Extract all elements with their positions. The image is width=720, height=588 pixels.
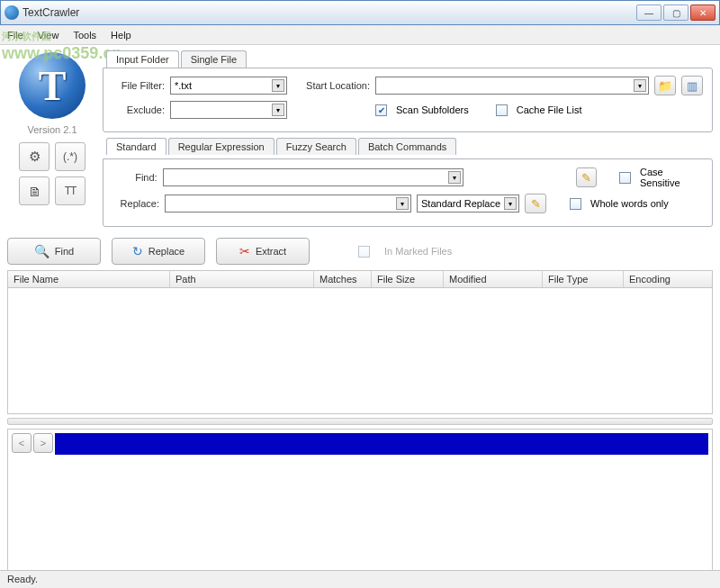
next-button[interactable]: > — [33, 433, 53, 453]
window-title: TextCrawler — [22, 6, 636, 19]
browse-folder-button[interactable]: 📁 — [654, 76, 676, 95]
scissors-icon: ✂ — [239, 244, 250, 258]
maximize-button[interactable]: ▢ — [663, 5, 688, 21]
prev-button[interactable]: < — [12, 433, 32, 453]
menu-tools[interactable]: Tools — [73, 30, 96, 41]
tab-batch[interactable]: Batch Commands — [358, 138, 456, 155]
find-input[interactable]: ▾ — [163, 168, 464, 186]
start-location-combo[interactable]: ▾ — [375, 77, 649, 95]
search-icon: 🔍 — [34, 244, 50, 258]
cache-file-list-label: Cache File List — [517, 104, 582, 115]
col-file-name[interactable]: File Name — [8, 271, 170, 287]
scan-subfolders-checkbox[interactable]: ✔ — [375, 104, 387, 116]
chevron-down-icon: ▾ — [272, 104, 284, 116]
chevron-down-icon: ▾ — [634, 79, 646, 92]
document-icon[interactable]: 🗎 — [19, 176, 50, 205]
action-bar: 🔍Find ↻Replace ✂Extract In Marked Files — [0, 231, 720, 270]
replace-button[interactable]: ↻Replace — [112, 238, 205, 265]
minimize-button[interactable]: — — [636, 5, 662, 21]
search-panel: Find: ▾ ✎ Case Sensitive Replace: ▾ Stan… — [103, 158, 713, 227]
version-label: Version 2.1 — [27, 124, 76, 135]
edit-find-button[interactable]: ✎ — [576, 167, 597, 187]
scan-subfolders-label: Scan Subfolders — [396, 104, 469, 115]
regex-icon[interactable]: (.*) — [55, 142, 86, 171]
in-marked-checkbox[interactable] — [358, 246, 370, 258]
splitter[interactable] — [7, 418, 713, 425]
chevron-down-icon: ▾ — [448, 171, 461, 184]
tab-fuzzy[interactable]: Fuzzy Search — [276, 138, 356, 155]
replace-mode-combo[interactable]: Standard Replace▾ — [417, 194, 519, 213]
columns-button[interactable]: ▥ — [681, 76, 703, 95]
exclude-label: Exclude: — [112, 104, 165, 115]
in-marked-label: In Marked Files — [384, 246, 452, 257]
app-icon — [4, 5, 19, 20]
replace-input[interactable]: ▾ — [165, 194, 411, 213]
menu-view[interactable]: View — [38, 30, 59, 41]
window-controls: — ▢ ✕ — [636, 5, 716, 21]
sidebar: T Version 2.1 ⚙ (.*) 🗎 TT — [7, 50, 97, 227]
edit-replace-button[interactable]: ✎ — [525, 194, 546, 213]
results-table[interactable] — [7, 288, 713, 414]
tab-standard[interactable]: Standard — [106, 138, 166, 155]
replace-label: Replace: — [112, 198, 159, 209]
cache-file-list-checkbox[interactable] — [496, 104, 508, 116]
file-filter-combo[interactable]: *.txt▾ — [170, 77, 287, 95]
col-file-size[interactable]: File Size — [372, 271, 444, 287]
menu-file[interactable]: File — [7, 30, 23, 41]
chevron-down-icon: ▾ — [504, 197, 517, 210]
status-bar: Ready. — [0, 570, 720, 588]
case-sensitive-label: Case Sensitive — [640, 167, 703, 188]
col-path[interactable]: Path — [170, 271, 314, 287]
find-button[interactable]: 🔍Find — [7, 238, 101, 265]
menu-bar: File View Tools Help — [0, 25, 720, 45]
input-tabs: Input Folder Single File — [106, 50, 713, 68]
input-panel: File Filter: *.txt▾ Start Location: ▾ 📁 … — [103, 68, 713, 132]
tab-input-folder[interactable]: Input Folder — [106, 50, 179, 68]
results-header: File Name Path Matches File Size Modifie… — [7, 270, 713, 288]
text-icon[interactable]: TT — [55, 176, 86, 205]
file-filter-label: File Filter: — [112, 80, 165, 91]
menu-help[interactable]: Help — [111, 30, 131, 41]
find-label: Find: — [112, 172, 158, 183]
tab-regex[interactable]: Regular Expression — [168, 138, 274, 155]
col-file-type[interactable]: File Type — [543, 271, 624, 287]
tab-single-file[interactable]: Single File — [181, 50, 247, 68]
whole-words-checkbox[interactable] — [570, 198, 581, 210]
chevron-down-icon: ▾ — [396, 197, 409, 210]
app-logo: T — [19, 52, 86, 119]
replace-icon: ↻ — [132, 244, 143, 258]
col-encoding[interactable]: Encoding — [624, 271, 712, 287]
close-button[interactable]: ✕ — [690, 5, 716, 21]
search-tabs: Standard Regular Expression Fuzzy Search… — [106, 138, 713, 155]
exclude-combo[interactable]: ▾ — [170, 101, 287, 119]
case-sensitive-checkbox[interactable] — [619, 172, 631, 184]
settings-icon[interactable]: ⚙ — [19, 142, 50, 171]
preview-selection[interactable] — [55, 433, 708, 455]
title-bar: TextCrawler — ▢ ✕ — [0, 0, 720, 25]
col-matches[interactable]: Matches — [314, 271, 372, 287]
preview-panel: < > — [7, 429, 713, 582]
start-location-label: Start Location: — [292, 80, 370, 91]
chevron-down-icon: ▾ — [272, 79, 284, 92]
extract-button[interactable]: ✂Extract — [216, 238, 310, 265]
whole-words-label: Whole words only — [590, 198, 669, 209]
col-modified[interactable]: Modified — [444, 271, 543, 287]
